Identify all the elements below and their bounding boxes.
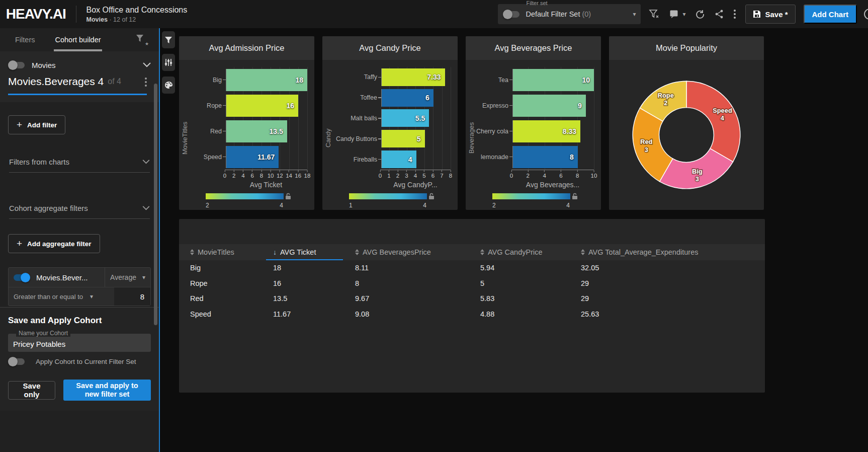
x-tick: 4 — [414, 170, 417, 179]
table-row[interactable]: Speed11.679.084.8825.63 — [179, 307, 765, 322]
chevron-down-icon[interactable] — [143, 62, 151, 67]
aggregate-value-field[interactable]: 8 — [114, 287, 150, 306]
save-and-apply-button[interactable]: Save and apply to new filter set — [63, 380, 151, 401]
apply-cohort-label: Apply Cohort to Current Filter Set — [36, 358, 136, 365]
column-header-avg-total-average-expenditures[interactable]: AVG Total_Average_Expenditures — [581, 244, 765, 260]
add-filter-button[interactable]: + Add filter — [8, 115, 65, 134]
x-tick: 1 — [387, 170, 390, 179]
save-button[interactable]: Save * — [745, 5, 795, 24]
bar[interactable]: 5.5 — [382, 109, 429, 127]
apply-cohort-toggle[interactable] — [8, 358, 25, 365]
color-scale-legend[interactable]: 2 4 — [206, 193, 291, 209]
sidebar-scrollbar[interactable] — [154, 84, 157, 325]
x-axis: 012345678 — [380, 170, 451, 181]
table-row[interactable]: Big188.115.9432.05 — [179, 260, 765, 276]
plus-icon: + — [17, 119, 22, 130]
x-tick: 0 — [510, 170, 513, 179]
active-cohort-underline — [8, 94, 147, 95]
add-aggregate-filter-button[interactable]: + Add aggregate filter — [8, 234, 100, 253]
clipped-edge-icon[interactable] — [864, 9, 868, 20]
bar[interactable]: 18 — [226, 69, 307, 91]
bar[interactable]: 8.33 — [513, 120, 580, 142]
bar-value-label: 8.33 — [563, 127, 576, 135]
chevron-down-icon — [142, 160, 150, 164]
movies-source-toggle[interactable] — [8, 62, 25, 68]
bar[interactable]: 9 — [513, 95, 586, 117]
bar[interactable]: 8 — [513, 146, 578, 168]
chart-card-avg-beverages-price: Avg Beverages Price Beverages Tea10Expre… — [466, 36, 601, 210]
column-header-avg-ticket[interactable]: ↓AVG Ticket — [273, 244, 355, 260]
chevron-down-icon[interactable]: ▾ — [633, 11, 636, 18]
filters-from-charts-section[interactable]: Filters from charts — [9, 158, 150, 173]
aggregation-dropdown[interactable]: Average ▾ — [110, 273, 145, 281]
lock-icon[interactable] — [428, 193, 435, 200]
lock-icon[interactable] — [572, 193, 578, 200]
tab-filters[interactable]: Filters — [14, 28, 36, 51]
kebab-menu-icon[interactable] — [733, 9, 736, 19]
category-label: Fireballs — [333, 156, 377, 163]
chart-header[interactable]: Avg Beverages Price — [466, 36, 601, 60]
x-tick: 8 — [449, 170, 452, 179]
operator-dropdown[interactable]: Greater than or equal to ▾ — [9, 293, 114, 300]
x-tick: 2 — [396, 170, 399, 179]
bar[interactable]: 16 — [226, 95, 298, 117]
chart-title: Avg Candy Price — [359, 43, 421, 53]
filter-star-icon[interactable]: ★ — [136, 34, 150, 45]
sliders-tool-icon[interactable] — [162, 54, 175, 71]
table-body: Big188.115.9432.05Rope168529Red13.59.675… — [179, 260, 765, 322]
legend-gradient — [206, 193, 284, 199]
filter-set-count: (0) — [582, 10, 591, 18]
column-header-label: MovieTitles — [198, 248, 234, 256]
x-tick: 6 — [559, 170, 562, 179]
chevron-down-icon[interactable]: ▾ — [682, 11, 685, 18]
column-header-avg-candyprice[interactable]: AVG CandyPrice — [480, 244, 581, 260]
bar[interactable]: 5 — [382, 130, 425, 147]
palette-tool-icon[interactable] — [162, 77, 175, 94]
bar-value-label: 5.5 — [415, 114, 425, 122]
table-row[interactable]: Red13.59.675.8329 — [179, 291, 765, 307]
chart-header[interactable]: Avg Candy Price — [322, 36, 458, 60]
bar[interactable]: 10 — [513, 69, 594, 91]
save-cohort-heading: Save and Apply Cohort — [8, 316, 151, 326]
table-row[interactable]: Rope168529 — [179, 276, 765, 291]
table-cell: 16 — [273, 276, 355, 291]
color-scale-legend[interactable]: 1 4 — [349, 193, 435, 209]
bar[interactable]: 11.67 — [226, 146, 279, 168]
annotations-icon[interactable]: ▾ — [669, 10, 685, 19]
dashboard-subtitle: Movies · 12 of 12 — [86, 16, 188, 23]
donut-svg: Speed4Big3Red3Rope2 — [624, 72, 749, 197]
chart-title: Avg Admission Price — [209, 43, 284, 53]
filter-set-control[interactable]: Filter set Default Filter Set (0) ▾ — [498, 4, 641, 24]
chart-card-avg-candy-price: Avg Candy Price Candy Taffy7.33Toffee6Ma… — [322, 36, 458, 210]
share-icon[interactable] — [715, 9, 724, 19]
bar[interactable]: 6 — [382, 89, 433, 107]
save-only-button[interactable]: Save only — [8, 381, 55, 400]
bar[interactable]: 7.33 — [382, 68, 445, 86]
bar-value-label: 10 — [582, 76, 590, 84]
chart-header[interactable]: Avg Admission Price — [179, 36, 314, 60]
bar-row: Rope16 — [190, 95, 307, 117]
table-cell: 18 — [273, 260, 355, 276]
tab-cohort-builder[interactable]: Cohort builder — [54, 28, 102, 51]
bar[interactable]: 4 — [382, 150, 416, 168]
table-cell: 13.5 — [273, 291, 355, 307]
clear-filters-icon[interactable] — [649, 9, 660, 19]
lock-icon[interactable] — [285, 193, 291, 200]
add-chart-button[interactable]: Add Chart — [804, 5, 857, 24]
color-scale-legend[interactable]: 2 4 — [492, 193, 578, 209]
chevron-down-icon: ▾ — [90, 293, 93, 300]
column-header-movietitles[interactable]: MovieTitles — [190, 244, 273, 260]
cohort-aggregate-filters-section[interactable]: Cohort aggregate filters — [9, 204, 150, 219]
aggregate-filter-toggle[interactable] — [14, 274, 30, 281]
filter-tool-icon[interactable] — [162, 31, 175, 48]
bar-value-label: 11.67 — [257, 153, 275, 161]
bar[interactable]: 13.5 — [226, 120, 287, 142]
column-header-avg-beveragesprice[interactable]: AVG BeveragesPrice — [355, 244, 480, 260]
dashboard-title-block: Box Office and Concessions Movies · 12 o… — [86, 6, 188, 23]
donut-slice-speed[interactable] — [686, 81, 740, 162]
kebab-menu-icon[interactable] — [145, 78, 147, 80]
legend-min: 1 — [349, 202, 353, 209]
refresh-icon[interactable] — [695, 9, 705, 19]
filter-set-toggle[interactable] — [503, 11, 519, 18]
chart-header[interactable]: Movie Popularity — [609, 36, 764, 60]
